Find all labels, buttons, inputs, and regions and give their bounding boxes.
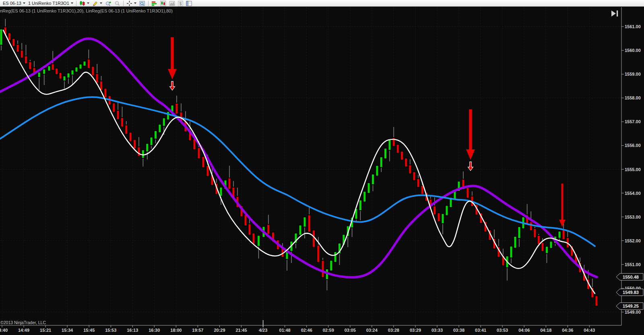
svg-text:02:46: 02:46: [301, 328, 312, 333]
candlestick-style-icon: [79, 0, 85, 6]
chart-window: 1561.001560.001559.001558.001557.001556.…: [0, 0, 644, 335]
zoom-out-icon: [114, 0, 120, 6]
properties-icon: [186, 0, 192, 6]
svg-text:04:06: 04:06: [518, 328, 530, 333]
svg-text:1558.00: 1558.00: [625, 95, 641, 100]
instrument-selector[interactable]: ES 06-13: [2, 0, 27, 6]
svg-text:01:48: 01:48: [279, 328, 291, 333]
svg-text:04:43: 04:43: [584, 328, 595, 333]
svg-text:$: $: [180, 1, 182, 6]
account-button[interactable]: $: [177, 0, 184, 6]
toolbar-separator: [123, 1, 124, 6]
chart-trader-button[interactable]: [150, 0, 159, 6]
svg-text:16:30: 16:30: [149, 328, 160, 333]
svg-text:03:53: 03:53: [497, 328, 508, 333]
svg-text:16:13: 16:13: [127, 328, 138, 333]
svg-text:1556.00: 1556.00: [625, 143, 641, 148]
svg-text:04:36: 04:36: [562, 328, 573, 333]
chart-trader-icon: [151, 0, 157, 6]
go-to-end-button[interactable]: [611, 10, 619, 17]
svg-text:1561.00: 1561.00: [625, 24, 641, 29]
gridlines: [0, 7, 621, 325]
svg-text:1551.00: 1551.00: [625, 262, 641, 267]
snapshot-icon: [139, 0, 145, 6]
chart-style-button[interactable]: [78, 0, 91, 6]
caret-down-icon: [134, 2, 136, 4]
svg-text:15:21: 15:21: [40, 328, 51, 333]
sell-signal-arrows: [168, 37, 566, 227]
caret-down-icon: [87, 2, 89, 4]
svg-text:1550.48: 1550.48: [623, 275, 639, 279]
toolbar-separator: [76, 1, 76, 6]
svg-text:1553.00: 1553.00: [625, 215, 641, 219]
data-box-icon: [160, 0, 166, 6]
svg-text:1552.00: 1552.00: [625, 238, 641, 243]
chart-toolbar: ES 06-13 1 UniRenko T1R3O1: [0, 0, 644, 7]
step-forward-icon: [611, 10, 619, 17]
svg-text:1549.25: 1549.25: [623, 304, 639, 308]
indicator-legend: nReg(ES 06-13 (1 UniRenko T1R3O1),20), L…: [0, 8, 173, 13]
chart-image-button[interactable]: [168, 0, 176, 6]
dollar-icon: $: [178, 0, 183, 6]
copyright-label: ©2013 NinjaTrader, LLC: [0, 320, 46, 325]
svg-text:03:41: 03:41: [475, 328, 486, 333]
zoom-in-icon: [105, 0, 111, 6]
svg-text:15:34: 15:34: [62, 328, 73, 333]
svg-text:04:18: 04:18: [540, 328, 551, 333]
svg-text:03:29: 03:29: [410, 328, 421, 333]
svg-text:03:38: 03:38: [453, 328, 464, 333]
pencil-icon: [92, 0, 98, 6]
interval-selector[interactable]: 1 UniRenko T1R3O1: [27, 0, 74, 6]
caret-down-icon: [23, 2, 25, 4]
svg-text:15:45: 15:45: [83, 328, 95, 333]
caret-down-icon: [71, 2, 73, 4]
time-axis[interactable]: 14:4014:4915:2115:3415:4515:5316:1316:30…: [0, 320, 621, 333]
svg-text:03:33: 03:33: [431, 328, 443, 333]
svg-text:1555.00: 1555.00: [625, 167, 641, 172]
crosshair-icon: [126, 0, 132, 6]
instrument-label: ES 06-13: [3, 1, 21, 6]
toolbar-separator: [148, 1, 149, 6]
price-axis[interactable]: 1561.001560.001559.001558.001557.001556.…: [616, 7, 643, 325]
svg-text:4/23: 4/23: [259, 328, 267, 333]
crosshair-button[interactable]: [125, 0, 138, 6]
svg-text:03:28: 03:28: [388, 328, 399, 333]
svg-text:18:00: 18:00: [170, 328, 182, 333]
snapshot-button[interactable]: [138, 0, 147, 6]
svg-text:1559.00: 1559.00: [625, 72, 641, 77]
svg-text:03:24: 03:24: [366, 328, 378, 333]
interval-label: 1 UniRenko T1R3O1: [28, 1, 69, 6]
drawing-tools-button[interactable]: [91, 0, 103, 6]
svg-text:1557.00: 1557.00: [625, 119, 641, 124]
mountain-chart-icon: [169, 0, 175, 6]
data-box-button[interactable]: [159, 0, 167, 6]
svg-text:19:57: 19:57: [192, 328, 203, 333]
svg-text:1549.00: 1549.00: [625, 310, 641, 314]
svg-text:21:45: 21:45: [235, 328, 247, 333]
svg-text:14:40: 14:40: [0, 328, 8, 333]
svg-text:1560.00: 1560.00: [625, 48, 641, 53]
svg-text:15:53: 15:53: [105, 328, 116, 333]
svg-text:1549.83: 1549.83: [623, 290, 639, 295]
svg-text:1554.00: 1554.00: [625, 191, 641, 196]
chart-canvas[interactable]: 1561.001560.001559.001558.001557.001556.…: [0, 0, 644, 335]
properties-button[interactable]: [185, 0, 193, 6]
svg-text:03:05: 03:05: [345, 328, 356, 333]
svg-text:20:29: 20:29: [214, 328, 225, 333]
zoom-in-button[interactable]: [104, 0, 113, 6]
caret-down-icon: [100, 2, 102, 4]
svg-text:14:49: 14:49: [18, 328, 29, 333]
svg-text:02:59: 02:59: [323, 328, 334, 333]
zoom-out-button[interactable]: [113, 0, 122, 6]
